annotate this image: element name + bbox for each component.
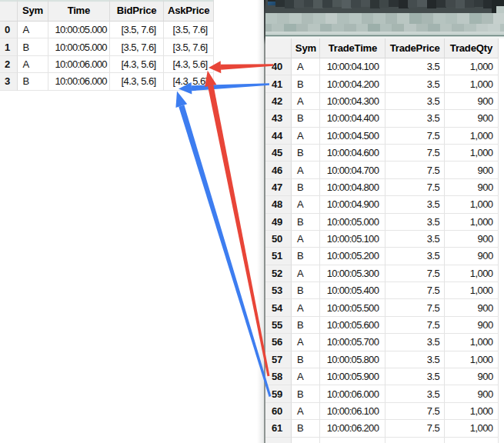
trades-cell-46-index[interactable]: 46	[265, 162, 292, 178]
trades-cell-61-sym[interactable]: B	[292, 420, 320, 437]
quotes-cell-2-askprice[interactable]: [4.3, 5.6]	[164, 56, 214, 73]
trades-cell-59-sym[interactable]: B	[292, 385, 320, 402]
quotes-cell-1-time[interactable]: 10:00:05.000	[48, 38, 110, 55]
quotes-cell-3-askprice[interactable]: [4.3, 5.6]	[164, 73, 214, 90]
trades-cell-45-index[interactable]: 45	[265, 145, 292, 162]
trades-cell-49-sym[interactable]: B	[292, 214, 320, 231]
trades-cell-44-sym[interactable]: A	[292, 128, 320, 145]
trades-cell-56-tradeprice[interactable]: 3.5	[386, 334, 444, 351]
trades-cell-61-tradeqty[interactable]: 1,000	[445, 420, 499, 437]
trades-cell-52-sym[interactable]: A	[292, 265, 320, 282]
trades-cell-41-index[interactable]: 41	[265, 75, 292, 92]
trades-cell-56-sym[interactable]: A	[292, 334, 320, 351]
trades-cell-46-sym[interactable]: A	[292, 162, 320, 178]
trades-cell-61-index[interactable]: 61	[265, 420, 292, 437]
trades-cell-46-tradeqty[interactable]: 900	[445, 162, 499, 178]
trades-cell-43-index[interactable]: 43	[265, 110, 292, 127]
quotes-cell-3-index[interactable]: 3	[0, 73, 18, 90]
trades-cell-41-tradeqty[interactable]: 1,000	[445, 75, 499, 92]
trades-cell-49-tradeprice[interactable]: 3.5	[386, 214, 444, 231]
trades-cell-47-tradetime[interactable]: 10:00:04.800	[320, 179, 386, 196]
trades-cell-45-sym[interactable]: B	[292, 145, 320, 162]
trades-cell-41-tradeprice[interactable]: 3.5	[386, 75, 444, 92]
trades-header-tradeprice[interactable]: TradePrice	[386, 38, 444, 58]
quotes-header-bidprice[interactable]: BidPrice	[110, 0, 164, 22]
quotes-cell-3-sym[interactable]: B	[18, 73, 48, 90]
trades-cell-53-tradeqty[interactable]: 1,000	[445, 282, 499, 299]
trades-cell-58-sym[interactable]: A	[292, 368, 320, 385]
trades-cell-57-tradeqty[interactable]: 1,000	[445, 351, 499, 368]
trades-header-tradeqty[interactable]: TradeQty	[445, 38, 499, 58]
trades-cell-41-sym[interactable]: B	[292, 75, 320, 92]
trades-cell-55-tradeqty[interactable]: 900	[445, 317, 499, 334]
trades-cell-53-tradeprice[interactable]: 7.5	[386, 282, 444, 299]
trades-cell-40-tradeprice[interactable]: 3.5	[386, 58, 444, 75]
trades-cell-52-tradetime[interactable]: 10:00:05.300	[320, 265, 386, 282]
trades-cell-57-sym[interactable]: B	[292, 351, 320, 368]
trades-cell-55-tradetime[interactable]: 10:00:05.600	[320, 317, 386, 334]
trades-cell-58-index[interactable]: 58	[265, 368, 292, 385]
trades-cell-53-tradetime[interactable]: 10:00:05.400	[320, 282, 386, 299]
trades-cell-54-sym[interactable]: A	[292, 299, 320, 316]
trades-cell-55-tradeprice[interactable]: 7.5	[386, 317, 444, 334]
trades-cell-59-tradeprice[interactable]: 3.5	[386, 385, 444, 402]
trades-cell-50-tradetime[interactable]: 10:00:05.100	[320, 231, 386, 248]
trades-cell-47-tradeqty[interactable]: 900	[445, 179, 499, 196]
quotes-header-sym[interactable]: Sym	[18, 0, 48, 22]
trades-cell-51-tradetime[interactable]: 10:00:05.200	[320, 248, 386, 265]
quotes-header-askprice[interactable]: AskPrice	[164, 0, 214, 22]
trades-cell-41-tradetime[interactable]: 10:00:04.200	[320, 75, 386, 92]
trades-cell-54-index[interactable]: 54	[265, 299, 292, 316]
trades-cell-56-index[interactable]: 56	[265, 334, 292, 351]
trades-cell-43-tradetime[interactable]: 10:00:04.400	[320, 110, 386, 127]
quotes-cell-3-time[interactable]: 10:00:06.000	[48, 73, 110, 90]
trades-cell-50-tradeprice[interactable]: 3.5	[386, 231, 444, 248]
quotes-cell-3-bidprice[interactable]: [4.3, 5.6]	[110, 73, 164, 90]
trades-cell-40-sym[interactable]: A	[292, 58, 320, 75]
quotes-cell-1-sym[interactable]: B	[18, 38, 48, 55]
quotes-cell-2-index[interactable]: 2	[0, 56, 18, 73]
trades-cell-42-tradeprice[interactable]: 3.5	[386, 93, 444, 110]
quotes-cell-0-index[interactable]: 0	[0, 22, 18, 38]
trades-cell-49-tradeqty[interactable]: 1,000	[445, 214, 499, 231]
quotes-cell-0-bidprice[interactable]: [3.5, 7.6]	[110, 22, 164, 38]
trades-cell-58-tradeprice[interactable]: 3.5	[386, 368, 444, 385]
trades-cell-53-sym[interactable]: B	[292, 282, 320, 299]
trades-cell-44-tradeprice[interactable]: 7.5	[386, 128, 444, 145]
trades-header-index[interactable]	[265, 38, 292, 58]
trades-cell-45-tradeqty[interactable]: 1,000	[445, 145, 499, 162]
trades-cell-43-sym[interactable]: B	[292, 110, 320, 127]
quotes-cell-1-bidprice[interactable]: [3.5, 7.6]	[110, 38, 164, 55]
trades-cell-42-tradeqty[interactable]: 900	[445, 93, 499, 110]
quotes-cell-2-sym[interactable]: A	[18, 56, 48, 73]
trades-cell-45-tradetime[interactable]: 10:00:04.600	[320, 145, 386, 162]
trades-cell-46-tradetime[interactable]: 10:00:04.700	[320, 162, 386, 178]
trades-cell-58-tradetime[interactable]: 10:00:05.900	[320, 368, 386, 385]
trades-cell-59-tradeqty[interactable]: 900	[445, 385, 499, 402]
trades-cell-57-index[interactable]: 57	[265, 351, 292, 368]
trades-cell-57-tradeprice[interactable]: 3.5	[386, 351, 444, 368]
trades-cell-40-tradetime[interactable]: 10:00:04.100	[320, 58, 386, 75]
trades-cell-53-index[interactable]: 53	[265, 282, 292, 299]
trades-cell-52-tradeqty[interactable]: 1,000	[445, 265, 499, 282]
trades-cell-50-tradeqty[interactable]: 900	[445, 231, 499, 248]
trades-cell-43-tradeqty[interactable]: 900	[445, 110, 499, 127]
window-titlebar[interactable]	[265, 0, 504, 13]
trades-cell-49-tradetime[interactable]: 10:00:05.000	[320, 214, 386, 231]
trades-cell-48-tradetime[interactable]: 10:00:04.900	[320, 196, 386, 213]
trades-cell-56-tradetime[interactable]: 10:00:05.700	[320, 334, 386, 351]
trades-cell-51-sym[interactable]: B	[292, 248, 320, 265]
quotes-cell-2-time[interactable]: 10:00:06.000	[48, 56, 110, 73]
quotes-header-index[interactable]	[0, 0, 18, 22]
trades-cell-44-tradeqty[interactable]: 1,000	[445, 128, 499, 145]
trades-cell-44-index[interactable]: 44	[265, 128, 292, 145]
trades-cell-45-tradeprice[interactable]: 7.5	[386, 145, 444, 162]
trades-header-tradetime[interactable]: TradeTime	[320, 38, 386, 58]
quotes-cell-0-askprice[interactable]: [3.5, 7.6]	[164, 22, 214, 38]
trades-cell-46-tradeprice[interactable]: 7.5	[386, 162, 444, 178]
quotes-header-time[interactable]: Time	[48, 0, 110, 22]
trades-cell-59-index[interactable]: 59	[265, 385, 292, 402]
trades-cell-61-tradetime[interactable]: 10:00:06.200	[320, 420, 386, 437]
trades-cell-40-index[interactable]: 40	[265, 58, 292, 75]
quotes-cell-2-bidprice[interactable]: [4.3, 5.6]	[110, 56, 164, 73]
